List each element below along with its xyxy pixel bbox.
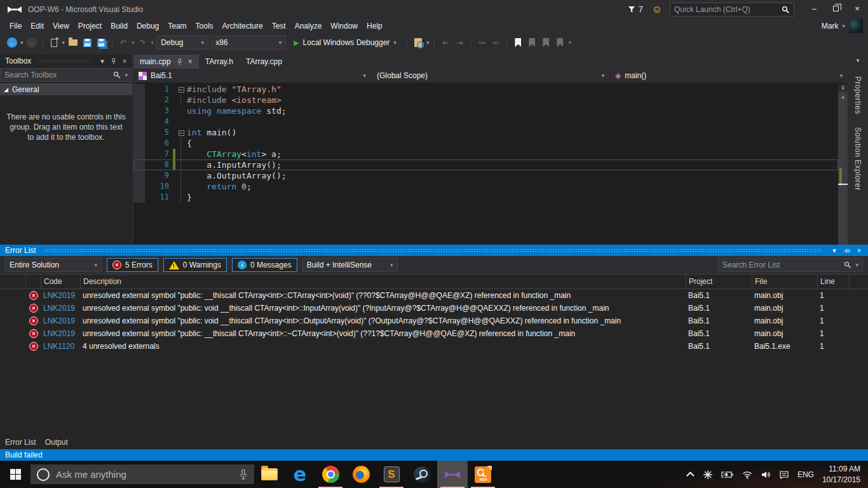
taskbar-app-file-explorer[interactable] (254, 461, 285, 488)
pin-icon[interactable] (843, 247, 850, 254)
tab-TArray-h[interactable]: TArray.h (199, 55, 240, 69)
microphone-icon[interactable] (239, 469, 248, 480)
code-line-10[interactable]: 10 return 0; (133, 181, 838, 192)
breakpoint-margin[interactable] (133, 192, 145, 203)
find-in-files-button[interactable] (412, 37, 424, 48)
save-button[interactable] (81, 37, 93, 48)
messages-filter-button[interactable]: i 0 Messages (232, 258, 297, 272)
fold-margin[interactable] (175, 138, 187, 149)
breakpoint-margin[interactable] (133, 105, 145, 116)
menu-item-help[interactable]: Help (362, 20, 387, 32)
error-code-link[interactable]: LNK2019 (41, 316, 80, 325)
wifi-icon[interactable] (742, 470, 752, 480)
code-line-5[interactable]: 5−int main() (133, 127, 838, 138)
open-file-button[interactable] (67, 37, 79, 48)
breakpoint-margin[interactable] (133, 149, 145, 159)
find-dropdown-caret[interactable]: ▾ (426, 39, 430, 46)
start-button[interactable] (0, 461, 31, 488)
indent-increase-button[interactable]: ≕ (490, 37, 501, 48)
error-row[interactable]: ×LNK11204 unresolved externalsBai5.1Bai5… (0, 340, 868, 353)
error-row[interactable]: ×LNK2019unresolved external symbol "publ… (0, 289, 868, 302)
fold-margin[interactable] (175, 181, 187, 192)
minimize-button[interactable]: – (803, 0, 825, 17)
error-row[interactable]: ×LNK2019unresolved external symbol "publ… (0, 315, 868, 327)
breakpoint-margin[interactable] (133, 127, 145, 138)
restore-button[interactable] (825, 0, 846, 17)
menu-item-view[interactable]: View (48, 20, 74, 32)
panel-tab-error-list[interactable]: Error List (5, 438, 36, 447)
error-search-input[interactable]: Search Error List ▾ (718, 258, 863, 272)
taskbar-app-chrome[interactable] (315, 461, 346, 488)
menu-item-team[interactable]: Team (163, 20, 191, 32)
breakpoint-margin[interactable] (133, 181, 145, 192)
fold-collapse-icon[interactable]: − (179, 87, 184, 93)
code-editor[interactable]: 1−#include "TArray.h"2#include <iostream… (133, 84, 838, 245)
breakpoint-margin[interactable] (133, 84, 145, 95)
fold-margin[interactable] (175, 170, 187, 181)
menu-item-edit[interactable]: Edit (26, 20, 48, 32)
toolbox-close-icon[interactable]: × (119, 57, 130, 65)
pin-icon[interactable] (176, 58, 183, 65)
code-line-8[interactable]: 8 a.InputArray(); (133, 159, 838, 170)
error-source-dropdown[interactable]: Build + IntelliSense▾ (302, 258, 398, 272)
fold-margin[interactable] (175, 105, 187, 116)
navigate-back-button[interactable]: ← (6, 37, 18, 48)
user-avatar[interactable] (849, 19, 863, 33)
tab-TArray-cpp[interactable]: TArray.cpp (240, 55, 288, 69)
panel-close-icon[interactable]: × (854, 247, 864, 254)
start-debugging-button[interactable]: ▶ Local Windows Debugger ▾ (288, 38, 402, 47)
user-dropdown-caret[interactable]: ▾ (842, 23, 845, 29)
menu-item-build[interactable]: Build (106, 20, 132, 32)
toolbox-title-bar[interactable]: Toolbox ▾ × (0, 55, 132, 67)
feedback-smiley-icon[interactable]: ☺ (652, 4, 662, 15)
error-list-title-bar[interactable]: Error List ▾ × (0, 245, 868, 256)
taskbar-app-foxit[interactable]: ᏩPDF (468, 461, 498, 488)
breakpoint-margin[interactable] (133, 170, 145, 181)
side-tab-solution-explorer[interactable]: Solution Explorer (848, 121, 868, 197)
menu-item-debug[interactable]: Debug (132, 20, 163, 32)
expand-region-button[interactable]: ⇥ (454, 37, 465, 48)
error-scope-dropdown[interactable]: Entire Solution▾ (5, 258, 102, 272)
fold-collapse-icon[interactable]: − (179, 130, 184, 136)
taskbar-app-firefox[interactable] (346, 461, 376, 488)
close-button[interactable]: × (846, 0, 868, 17)
user-name[interactable]: Mark (822, 22, 839, 30)
indent-decrease-button[interactable]: ≔ (476, 37, 487, 48)
navigate-forward-button[interactable]: → (26, 37, 37, 48)
code-line-9[interactable]: 9 a.OutputArray(); (133, 170, 838, 181)
fold-margin[interactable] (175, 116, 187, 127)
panel-tab-output[interactable]: Output (45, 438, 68, 447)
error-code-link[interactable]: LNK1120 (41, 342, 80, 351)
menu-item-test[interactable]: Test (268, 20, 290, 32)
code-line-1[interactable]: 1−#include "TArray.h" (133, 84, 838, 95)
col-line[interactable]: Line (817, 274, 849, 288)
col-project[interactable]: Project (686, 274, 752, 288)
menu-item-window[interactable]: Window (326, 20, 362, 32)
fold-margin[interactable] (175, 192, 187, 203)
breakpoint-margin[interactable] (133, 159, 145, 170)
speaker-icon[interactable] (761, 470, 771, 480)
code-line-7[interactable]: 7 CTArray<int> a; (133, 149, 838, 159)
next-bookmark-button[interactable] (540, 37, 552, 48)
error-code-link[interactable]: LNK2019 (41, 329, 80, 338)
collapse-region-button[interactable]: ⇤ (440, 37, 451, 48)
error-code-link[interactable]: LNK2019 (41, 291, 80, 300)
solution-configuration-dropdown[interactable]: Debug▾ (156, 36, 208, 50)
scroll-up-arrow[interactable]: ▲ (838, 93, 848, 101)
clear-bookmarks-button[interactable] (554, 37, 566, 48)
side-tab-properties[interactable]: Properties (848, 70, 868, 121)
menu-item-project[interactable]: Project (74, 20, 106, 32)
pin-icon[interactable] (110, 58, 117, 65)
back-dropdown-caret[interactable]: ▾ (20, 39, 24, 46)
new-project-button[interactable] (48, 37, 60, 48)
warnings-filter-button[interactable]: 0 Warnings (163, 258, 227, 272)
panel-menu-caret[interactable]: ▾ (829, 247, 839, 255)
menu-item-analyze[interactable]: Analyze (290, 20, 327, 32)
toolbox-group-general[interactable]: ◢ General (0, 83, 132, 95)
splitter-handle[interactable]: ⇕ (838, 84, 848, 93)
redo-button[interactable]: ↷ (137, 37, 149, 48)
error-code-link[interactable]: LNK2019 (41, 304, 80, 313)
search-options-caret[interactable]: ▾ (855, 262, 858, 268)
breakpoint-margin[interactable] (133, 116, 145, 127)
code-line-2[interactable]: 2#include <iostream> (133, 95, 838, 105)
